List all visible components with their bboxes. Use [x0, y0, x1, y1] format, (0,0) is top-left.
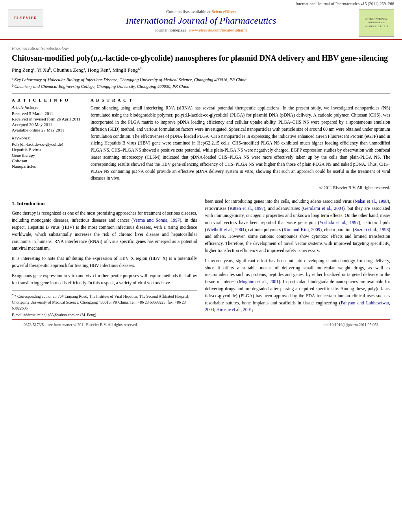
journal-info-top: Contents lists available at ScienceDirec… — [51, 9, 351, 14]
footnote-corresponding-text: * Corresponding author at: 76# Linjiang … — [12, 295, 189, 310]
divider-2 — [12, 194, 390, 194]
keywords-title: Keywords: — [12, 135, 83, 140]
ref-wiethoff[interactable]: Wiethoff et al., 2004 — [206, 227, 244, 232]
citation-text: International Journal of Pharmaceutics 4… — [296, 2, 394, 6]
section1-heading: 1. Introduction — [12, 200, 197, 207]
right-para-1: been used for introducing genes into the… — [205, 198, 391, 254]
copyright: © 2011 Elsevier B.V. All rights reserved… — [91, 185, 390, 190]
elsevier-label: ELSEVIER — [14, 16, 37, 20]
intro-para-3: Exogenous gene expression in vitro and v… — [12, 272, 197, 287]
abstract-text: Gene silencing using small interfering R… — [91, 105, 390, 182]
journal-header: ELSEVIER Contents lists available at Sci… — [0, 6, 402, 40]
section-title: Introduction — [17, 200, 45, 206]
main-content-cols: 1. Introduction Gene therapy is recogniz… — [12, 198, 390, 319]
ref-moghimi[interactable]: Moghimi et al., 2001 — [239, 279, 279, 284]
header-center: Contents lists available at ScienceDirec… — [43, 9, 359, 32]
keyword-2: Gene therapy — [12, 153, 83, 158]
right-para-2: In recent years, significant effort has … — [205, 258, 391, 314]
issn-text: 0378-5173/$ – see front matter © 2011 El… — [24, 323, 138, 327]
section-number: 1. — [12, 200, 16, 206]
ref-yoshida[interactable]: Yoshida et al., 1997 — [319, 220, 359, 225]
intro-para-1: Gene therapy is recognized as one of the… — [12, 210, 197, 252]
bottom-bar: 0378-5173/$ – see front matter © 2011 El… — [12, 319, 390, 329]
authors-line: Ping Zenga, Yi Xub, Chunhua Zenga, Hong … — [12, 67, 390, 73]
affil-sup-a: a — [12, 76, 13, 82]
keyword-0: Poly(d,l-lactide-co-glycolide) — [12, 142, 83, 146]
keyword-4: Nanoparticles — [12, 164, 83, 169]
keyword-3: Chitosan — [12, 158, 83, 163]
footnote-email: E-mail address: minglip55@yahoo.com.cn (… — [12, 312, 197, 318]
history-item-3: Available online 27 May 2011 — [12, 128, 83, 132]
affiliation-b: b Chemistry and Chemical Engineering Col… — [12, 83, 390, 90]
ref-gerolami[interactable]: Gerolami et al., 2004 — [303, 206, 343, 211]
main-col-left: 1. Introduction Gene therapy is recogniz… — [12, 198, 197, 319]
journal-title: International Journal of Pharmaceutics — [51, 15, 351, 26]
elsevier-logo: ELSEVIER — [8, 9, 43, 27]
article-title: Chitosan-modified poly(d,l-lactide-co-gl… — [12, 53, 390, 63]
article-info-heading: A R T I C L E I N F O — [12, 98, 83, 102]
keyword-1: Hepatitis B virus — [12, 147, 83, 152]
footnote-email-text: E-mail address: minglip55@yahoo.com.cn (… — [12, 313, 97, 317]
page: International Journal of Pharmaceutics 4… — [0, 0, 402, 532]
ref-kitten[interactable]: Kitten et al., 1997 — [230, 206, 264, 211]
intro-para-2: It is interesting to note that inhibitin… — [12, 255, 197, 269]
journal-homepage: journal homepage: www.elsevier.com/locat… — [51, 28, 351, 32]
sciencedirect-link[interactable]: ScienceDirect — [211, 9, 236, 14]
divider-1 — [12, 93, 390, 94]
affil-sup-b: b — [12, 83, 14, 89]
main-col-right: been used for introducing genes into the… — [205, 198, 391, 319]
affil-text-b: Chemistry and Chemical Engineering Colle… — [15, 83, 190, 90]
footnote-area: * * Corresponding author at: 76# Linjian… — [12, 290, 197, 318]
affil-text-a: Key Laboratory of Molecular Biology of I… — [14, 76, 246, 83]
affiliation-a: a Key Laboratory of Molecular Biology of… — [12, 76, 390, 83]
journal-cover-thumbnail: INTERNATIONALJOURNAL OFPHARMACEUTICS — [359, 9, 394, 37]
abstract-col: A B S T R A C T Gene silencing using sma… — [91, 98, 390, 190]
ref-hirosue[interactable]: Hirosue et al., 2001 — [217, 307, 252, 312]
ref-kim[interactable]: Kim and Kim, 2009 — [283, 227, 320, 232]
abstract-heading: A B S T R A C T — [91, 98, 390, 102]
history-item-2: Accepted 20 May 2011 — [12, 122, 83, 127]
footnote-corresponding: * * Corresponding author at: 76# Linjian… — [12, 293, 197, 311]
section-label: Pharmaceutical Nanotechnology — [12, 44, 390, 50]
ref-nakai[interactable]: Nakai et al., 1998 — [355, 199, 388, 204]
doi-text: doi:10.1016/j.ijpharm.2011.05.053 — [324, 323, 378, 327]
info-abstract-cols: A R T I C L E I N F O Article history: R… — [12, 98, 390, 190]
history-item-0: Received 5 March 2011 — [12, 111, 83, 116]
homepage-line: journal homepage: — [155, 28, 187, 32]
history-item-1: Received in revised form 26 April 2011 — [12, 117, 83, 121]
article-history-title: Article history: — [12, 105, 83, 109]
top-citation: International Journal of Pharmaceutics 4… — [0, 0, 402, 6]
article-info-col: A R T I C L E I N F O Article history: R… — [12, 98, 83, 190]
ref-verma[interactable]: Verma and Somia, 1997 — [133, 218, 180, 222]
contents-line: Contents lists available at — [166, 9, 211, 14]
article-container: Pharmaceutical Nanotechnology Chitosan-m… — [0, 40, 402, 337]
header-left: ELSEVIER — [8, 9, 43, 27]
homepage-url[interactable]: www.elsevier.com/locate/ijpharm — [189, 28, 247, 32]
affiliations: a Key Laboratory of Molecular Biology of… — [12, 76, 390, 89]
ref-suzuki[interactable]: Suzuki et al., 1998 — [354, 227, 389, 232]
